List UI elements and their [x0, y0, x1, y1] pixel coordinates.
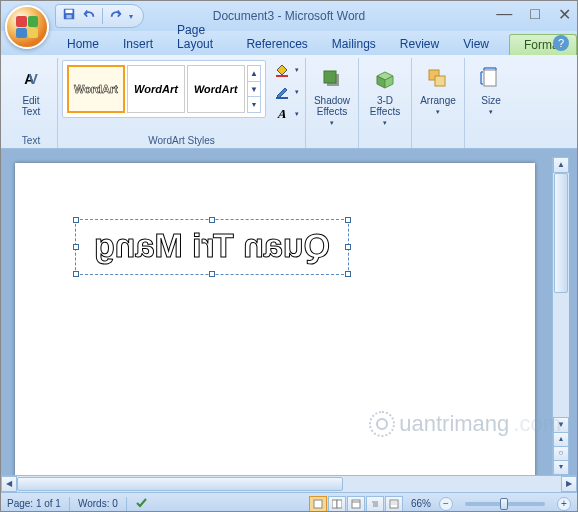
- wordart-style-1[interactable]: WordArt: [67, 65, 125, 113]
- svg-rect-1: [66, 10, 73, 14]
- tab-page-layout[interactable]: Page Layout: [165, 19, 234, 55]
- zoom-out-button[interactable]: −: [439, 497, 453, 511]
- wordart-style-2[interactable]: WordArt: [127, 65, 185, 113]
- scroll-left-icon[interactable]: ◀: [1, 476, 17, 492]
- svg-rect-11: [314, 500, 322, 508]
- group-text: AV EditText Text: [5, 58, 58, 148]
- change-shape-button[interactable]: A▾: [273, 104, 301, 124]
- outline-view-icon[interactable]: [366, 496, 384, 512]
- svg-rect-9: [484, 70, 496, 86]
- scroll-right-icon[interactable]: ▶: [561, 476, 577, 492]
- tab-view[interactable]: View: [451, 33, 501, 55]
- help-icon[interactable]: ?: [553, 35, 569, 51]
- handle-mr[interactable]: [345, 244, 351, 250]
- zoom-slider[interactable]: [465, 502, 545, 506]
- group-size: Size ▾: [465, 58, 517, 148]
- svg-rect-6: [324, 71, 336, 83]
- group-3d: 3-D Effects ▾: [359, 58, 412, 148]
- tab-home[interactable]: Home: [55, 33, 111, 55]
- office-button[interactable]: [5, 5, 49, 49]
- edit-text-button[interactable]: AV EditText: [9, 60, 53, 122]
- tab-references[interactable]: References: [234, 33, 319, 55]
- hscroll-thumb[interactable]: [17, 477, 343, 491]
- zoom-level[interactable]: 66%: [411, 498, 431, 509]
- view-buttons: [309, 496, 403, 512]
- wordart-gallery[interactable]: WordArt WordArt WordArt ▲ ▼ ▾: [62, 60, 266, 118]
- handle-ml[interactable]: [73, 244, 79, 250]
- svg-rect-2: [66, 15, 71, 19]
- zoom-knob[interactable]: [500, 498, 508, 510]
- title-bar: ▾ Document3 - Microsoft Word — □ ✕: [1, 1, 577, 31]
- qat-separator: [102, 8, 103, 24]
- browse-object-icon[interactable]: ○: [553, 447, 569, 461]
- group-shadow: Shadow Effects ▾: [306, 58, 359, 148]
- group-text-label: Text: [9, 133, 53, 148]
- full-screen-view-icon[interactable]: [328, 496, 346, 512]
- svg-rect-12: [332, 500, 337, 508]
- web-layout-view-icon[interactable]: [347, 496, 365, 512]
- zoom-in-button[interactable]: +: [557, 497, 571, 511]
- group-wordart-styles: WordArt WordArt WordArt ▲ ▼ ▾ ▾ ▾ A▾ Wor…: [58, 58, 306, 148]
- group-wordart-label: WordArt Styles: [62, 133, 301, 148]
- minimize-button[interactable]: —: [496, 5, 512, 24]
- handle-tr[interactable]: [345, 217, 351, 223]
- vertical-scrollbar[interactable]: ▲ ▼ ▴ ○ ▾: [552, 157, 569, 475]
- handle-tm[interactable]: [209, 217, 215, 223]
- draft-view-icon[interactable]: [385, 496, 403, 512]
- status-page[interactable]: Page: 1 of 1: [7, 498, 61, 509]
- document-area: Quan Tri Mang ▲ ▼ ▴ ○ ▾ uantrimang.com: [1, 149, 577, 475]
- wordart-text: Quan Tri Mang: [76, 220, 348, 274]
- undo-icon[interactable]: [82, 7, 96, 25]
- maximize-button[interactable]: □: [530, 5, 540, 24]
- status-bar: Page: 1 of 1 Words: 0 66% − +: [1, 492, 577, 512]
- svg-rect-8: [435, 76, 445, 86]
- svg-rect-3: [276, 75, 288, 77]
- group-arrange: Arrange ▾: [412, 58, 465, 148]
- svg-text:Quan Tri Mang: Quan Tri Mang: [94, 226, 330, 264]
- horizontal-scrollbar[interactable]: ◀ ▶: [1, 475, 577, 492]
- size-button[interactable]: Size ▾: [469, 60, 513, 121]
- handle-br[interactable]: [345, 271, 351, 277]
- svg-rect-13: [337, 500, 342, 508]
- close-button[interactable]: ✕: [558, 5, 571, 24]
- tab-review[interactable]: Review: [388, 33, 451, 55]
- prev-page-icon[interactable]: ▴: [553, 433, 569, 447]
- tab-insert[interactable]: Insert: [111, 33, 165, 55]
- qat-customize-icon[interactable]: ▾: [129, 12, 133, 21]
- status-words[interactable]: Words: 0: [78, 498, 118, 509]
- document-page[interactable]: Quan Tri Mang: [15, 163, 535, 475]
- ribbon-tabs: Home Insert Page Layout References Maili…: [1, 31, 577, 55]
- shadow-effects-button[interactable]: Shadow Effects ▾: [310, 60, 354, 132]
- shape-outline-button[interactable]: ▾: [273, 82, 301, 102]
- tab-mailings[interactable]: Mailings: [320, 33, 388, 55]
- ribbon: AV EditText Text WordArt WordArt WordArt…: [1, 55, 577, 149]
- handle-bl[interactable]: [73, 271, 79, 277]
- shape-fill-button[interactable]: ▾: [273, 60, 301, 80]
- 3d-effects-button[interactable]: 3-D Effects ▾: [363, 60, 407, 132]
- gallery-down-icon[interactable]: ▼: [248, 82, 260, 98]
- gallery-more-icon[interactable]: ▾: [248, 97, 260, 112]
- gallery-up-icon[interactable]: ▲: [248, 66, 260, 82]
- scroll-down-icon[interactable]: ▼: [553, 417, 569, 433]
- save-icon[interactable]: [62, 7, 76, 25]
- print-layout-view-icon[interactable]: [309, 496, 327, 512]
- quick-access-toolbar: ▾: [55, 4, 144, 28]
- arrange-button[interactable]: Arrange ▾: [416, 60, 460, 121]
- spell-check-icon[interactable]: [135, 496, 149, 512]
- wordart-object[interactable]: Quan Tri Mang: [75, 219, 349, 275]
- handle-bm[interactable]: [209, 271, 215, 277]
- wordart-style-3[interactable]: WordArt: [187, 65, 245, 113]
- next-page-icon[interactable]: ▾: [553, 461, 569, 475]
- handle-tl[interactable]: [73, 217, 79, 223]
- scroll-thumb[interactable]: [554, 173, 568, 293]
- redo-icon[interactable]: [109, 7, 123, 25]
- svg-rect-14: [352, 500, 360, 508]
- scroll-up-icon[interactable]: ▲: [553, 157, 569, 173]
- svg-rect-4: [276, 97, 288, 99]
